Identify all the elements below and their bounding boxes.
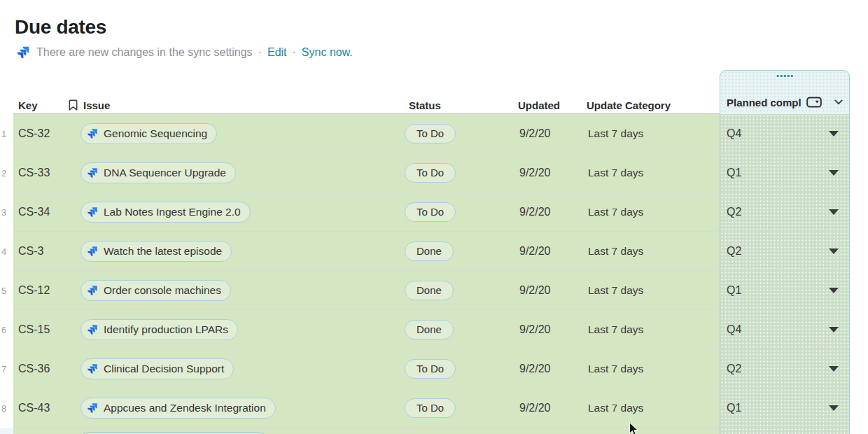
chevron-down-icon[interactable]	[834, 99, 843, 105]
status-pill[interactable]: To Do	[405, 398, 456, 418]
separator-dot: ·	[258, 46, 262, 59]
dropdown-triangle-icon[interactable]	[829, 131, 839, 136]
row-band: CS-34 Lab Notes Ingest Engine 2.0 To Do …	[13, 192, 850, 232]
issue-pill[interactable]: Clinical Decision Support	[80, 358, 234, 379]
edit-link[interactable]: Edit	[267, 46, 287, 59]
cell-status[interactable]: To Do	[405, 114, 503, 153]
cell-key[interactable]: CS-3	[13, 232, 80, 270]
cell-updated[interactable]: 9/2/20	[503, 349, 575, 388]
jira-icon	[86, 402, 99, 414]
cell-update-category[interactable]: Last 7 days	[575, 153, 720, 192]
cell-planned-completion[interactable]: Q1	[720, 153, 850, 192]
page-title: Due dates	[15, 16, 106, 38]
dropdown-triangle-icon[interactable]	[829, 170, 839, 176]
dropdown-triangle-icon[interactable]	[829, 288, 839, 293]
column-header-key[interactable]: Key	[18, 96, 38, 114]
cell-update-category[interactable]: Last 7 days	[575, 349, 720, 388]
issue-pill[interactable]: Watch the latest episode	[80, 241, 232, 262]
cell-updated[interactable]: 9/2/20	[503, 114, 575, 153]
row-number: 7	[0, 364, 8, 374]
status-pill[interactable]: To Do	[405, 163, 456, 183]
column-header-updated[interactable]: Updated	[518, 96, 560, 114]
cell-issue[interactable]: Lab Notes Ingest Engine 2.0	[80, 192, 405, 231]
issue-title: Order console machines	[104, 284, 221, 297]
cell-issue[interactable]: Clinical Decision Support	[80, 349, 405, 388]
column-header-issue[interactable]: Issue	[68, 96, 110, 114]
cell-planned-completion[interactable]: Q2	[720, 349, 850, 388]
cell-issue[interactable]: Order console machines	[80, 271, 405, 309]
cell-key[interactable]: CS-43	[13, 388, 80, 427]
column-header-planned-completion[interactable]: Planned compl	[720, 70, 850, 114]
cell-key[interactable]: CS-34	[13, 192, 80, 231]
dropdown-triangle-icon[interactable]	[829, 327, 839, 332]
issue-title: Genomic Sequencing	[104, 127, 207, 140]
issue-pill[interactable]: Order console machines	[80, 280, 231, 301]
cell-updated[interactable]	[503, 428, 575, 434]
cell-planned-completion[interactable]	[720, 428, 850, 434]
table-row: 4 CS-3 Watch the latest episode Done	[0, 232, 868, 271]
status-pill[interactable]: To Do	[405, 202, 456, 222]
issue-pill[interactable]: Appcues and Zendesk Integration	[80, 398, 276, 419]
cell-update-category[interactable]: Last 7 days	[575, 271, 720, 309]
cell-planned-completion[interactable]: Q4	[720, 114, 850, 153]
cell-update-category[interactable]	[575, 428, 720, 434]
cell-update-category[interactable]: Last 7 days	[575, 388, 720, 427]
status-pill[interactable]: To Do	[405, 124, 456, 144]
cell-planned-completion[interactable]: Q2	[720, 232, 850, 270]
cell-issue[interactable]: Identify production LPARs	[80, 310, 405, 349]
cell-updated[interactable]: 9/2/20	[503, 192, 575, 231]
cell-updated[interactable]: 9/2/20	[503, 271, 575, 309]
cell-update-category[interactable]: Last 7 days	[575, 232, 720, 270]
cell-status[interactable]: To Do	[405, 388, 503, 427]
cell-update-category[interactable]: Last 7 days	[575, 310, 720, 349]
cell-updated[interactable]: 9/2/20	[503, 232, 575, 270]
issue-pill[interactable]: DNA Sequencer Upgrade	[80, 162, 236, 183]
cell-planned-completion[interactable]: Q2	[720, 192, 850, 231]
status-pill[interactable]: Done	[405, 241, 454, 261]
dropdown-triangle-icon[interactable]	[829, 366, 839, 372]
status-pill[interactable]: Done	[405, 320, 454, 340]
issue-pill[interactable]: Genomic Sequencing	[80, 123, 217, 144]
cell-status[interactable]: To Do	[405, 349, 503, 388]
dropdown-triangle-icon[interactable]	[829, 209, 839, 215]
cell-key[interactable]: CS-36	[13, 349, 80, 388]
cell-status[interactable]: To Do	[405, 192, 503, 231]
issue-title: Lab Notes Ingest Engine 2.0	[104, 206, 241, 218]
cell-planned-completion[interactable]: Q4	[720, 310, 850, 349]
cell-updated[interactable]: 9/2/20	[503, 310, 575, 349]
cell-key[interactable]: CS-33	[13, 153, 80, 192]
column-header-update-category[interactable]: Update Category	[587, 96, 671, 114]
dropdown-triangle-icon[interactable]	[829, 248, 839, 254]
cell-status[interactable]: Done	[405, 232, 503, 270]
cell-status[interactable]	[405, 428, 503, 434]
cell-planned-completion[interactable]: Q1	[720, 271, 850, 309]
cell-status[interactable]: Done	[405, 310, 503, 349]
status-pill[interactable]: Done	[405, 281, 454, 300]
cell-update-category[interactable]: Last 7 days	[575, 192, 720, 231]
issue-pill[interactable]: Lab Notes Ingest Engine 2.0	[80, 202, 251, 223]
column-header-status[interactable]: Status	[409, 96, 441, 114]
cell-key[interactable]	[13, 428, 80, 434]
cell-key[interactable]: CS-15	[13, 310, 80, 349]
cell-issue[interactable]: DNA Sequencer Upgrade	[80, 153, 405, 192]
row-band: CS-3 Watch the latest episode Done 9/2/2…	[13, 232, 850, 271]
cell-status[interactable]: To Do	[405, 153, 503, 192]
cell-key[interactable]: CS-32	[13, 114, 80, 153]
cell-updated[interactable]: 9/2/20	[503, 153, 575, 192]
cell-issue[interactable]: Appcues and Zendesk Integration	[80, 388, 405, 427]
row-gutter: 2	[0, 153, 13, 192]
cell-issue[interactable]: Genomic Sequencing	[80, 114, 405, 153]
status-pill[interactable]: To Do	[405, 359, 456, 379]
issue-pill[interactable]: Identify production LPARs	[80, 319, 238, 340]
cell-update-category[interactable]: Last 7 days	[575, 114, 720, 153]
cell-key[interactable]: CS-12	[13, 271, 80, 309]
cell-updated[interactable]: 9/2/20	[503, 388, 575, 427]
cell-planned-completion[interactable]: Q1	[720, 388, 850, 427]
table-row: 8 CS-43 Appcues and Zendesk Integration …	[0, 388, 868, 428]
cell-issue[interactable]: Watch the latest episode	[80, 232, 405, 270]
drag-handle-dots-icon[interactable]	[777, 75, 793, 77]
dropdown-triangle-icon[interactable]	[829, 405, 839, 411]
cell-status[interactable]: Done	[405, 271, 503, 309]
sync-now-link[interactable]: Sync now.	[302, 46, 353, 59]
issue-title: Clinical Decision Support	[104, 363, 224, 375]
